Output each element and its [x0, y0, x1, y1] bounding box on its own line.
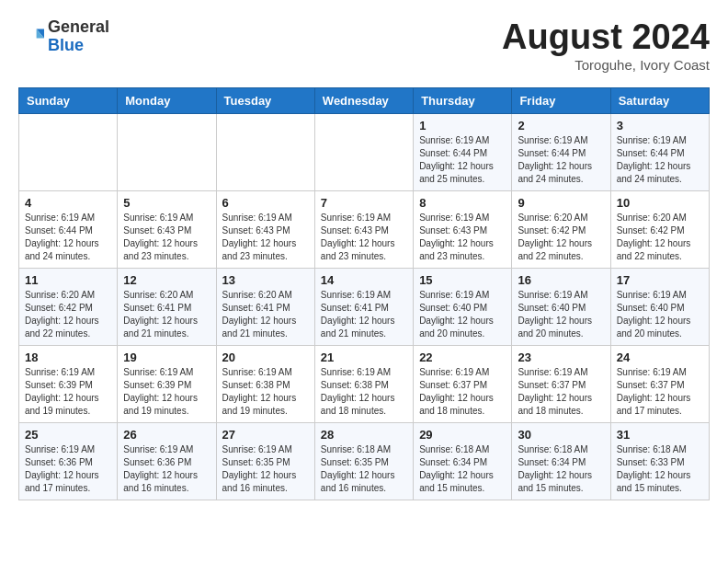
day-number: 25 [25, 428, 111, 442]
day-info: Sunrise: 6:19 AM Sunset: 6:43 PM Dayligh… [123, 212, 210, 263]
calendar-cell: 8Sunrise: 6:19 AM Sunset: 6:43 PM Daylig… [414, 190, 512, 268]
day-info: Sunrise: 6:18 AM Sunset: 6:34 PM Dayligh… [419, 443, 506, 495]
day-info: Sunrise: 6:19 AM Sunset: 6:40 PM Dayligh… [419, 289, 506, 340]
day-info: Sunrise: 6:19 AM Sunset: 6:44 PM Dayligh… [419, 134, 506, 186]
day-number: 6 [222, 196, 309, 210]
calendar-cell: 18Sunrise: 6:19 AM Sunset: 6:39 PM Dayli… [19, 345, 118, 422]
calendar-cell: 19Sunrise: 6:19 AM Sunset: 6:39 PM Dayli… [118, 345, 216, 422]
day-number: 28 [321, 428, 407, 442]
day-number: 1 [419, 119, 506, 132]
day-number: 18 [25, 350, 111, 364]
days-of-week-row: SundayMondayTuesdayWednesdayThursdayFrid… [19, 87, 710, 113]
day-info: Sunrise: 6:19 AM Sunset: 6:44 PM Dayligh… [617, 134, 703, 186]
day-info: Sunrise: 6:19 AM Sunset: 6:43 PM Dayligh… [321, 212, 407, 263]
calendar-week-1: 1Sunrise: 6:19 AM Sunset: 6:44 PM Daylig… [19, 113, 710, 190]
day-info: Sunrise: 6:18 AM Sunset: 6:33 PM Dayligh… [617, 443, 703, 495]
calendar-cell: 31Sunrise: 6:18 AM Sunset: 6:33 PM Dayli… [610, 422, 709, 500]
day-number: 15 [419, 273, 506, 287]
calendar-cell: 11Sunrise: 6:20 AM Sunset: 6:42 PM Dayli… [19, 268, 118, 345]
day-info: Sunrise: 6:20 AM Sunset: 6:41 PM Dayligh… [222, 289, 309, 340]
calendar-cell: 14Sunrise: 6:19 AM Sunset: 6:41 PM Dayli… [314, 268, 413, 345]
day-info: Sunrise: 6:19 AM Sunset: 6:43 PM Dayligh… [419, 212, 506, 263]
day-number: 9 [518, 196, 604, 210]
calendar-cell: 25Sunrise: 6:19 AM Sunset: 6:36 PM Dayli… [19, 422, 118, 500]
generalblue-logo-icon [18, 24, 44, 50]
day-info: Sunrise: 6:19 AM Sunset: 6:39 PM Dayligh… [25, 366, 111, 418]
day-info: Sunrise: 6:19 AM Sunset: 6:38 PM Dayligh… [222, 366, 309, 418]
day-number: 13 [222, 273, 309, 287]
day-number: 3 [617, 119, 703, 132]
day-number: 27 [222, 428, 309, 442]
day-header-monday: Monday [118, 87, 216, 113]
logo: General Blue [18, 18, 109, 55]
day-info: Sunrise: 6:20 AM Sunset: 6:42 PM Dayligh… [617, 212, 703, 263]
logo-general: General [48, 17, 109, 36]
calendar-cell: 10Sunrise: 6:20 AM Sunset: 6:42 PM Dayli… [610, 190, 709, 268]
calendar-cell: 23Sunrise: 6:19 AM Sunset: 6:37 PM Dayli… [512, 345, 610, 422]
day-number: 19 [123, 350, 210, 364]
day-number: 2 [518, 119, 604, 132]
calendar-week-4: 18Sunrise: 6:19 AM Sunset: 6:39 PM Dayli… [19, 345, 710, 422]
day-header-wednesday: Wednesday [314, 87, 413, 113]
day-number: 10 [617, 196, 703, 210]
calendar-table: SundayMondayTuesdayWednesdayThursdayFrid… [18, 87, 710, 500]
day-number: 24 [617, 350, 703, 364]
day-header-thursday: Thursday [414, 87, 512, 113]
day-number: 14 [321, 273, 407, 287]
day-info: Sunrise: 6:19 AM Sunset: 6:44 PM Dayligh… [518, 134, 604, 186]
calendar-cell: 27Sunrise: 6:19 AM Sunset: 6:35 PM Dayli… [216, 422, 314, 500]
day-info: Sunrise: 6:19 AM Sunset: 6:40 PM Dayligh… [617, 289, 703, 340]
day-number: 11 [25, 273, 111, 287]
calendar-cell: 30Sunrise: 6:18 AM Sunset: 6:34 PM Dayli… [512, 422, 610, 500]
day-info: Sunrise: 6:20 AM Sunset: 6:42 PM Dayligh… [518, 212, 604, 263]
day-info: Sunrise: 6:19 AM Sunset: 6:36 PM Dayligh… [25, 443, 111, 495]
day-number: 23 [518, 350, 604, 364]
calendar-cell [314, 113, 413, 190]
main-title: August 2024 [502, 18, 710, 57]
calendar-cell: 21Sunrise: 6:19 AM Sunset: 6:38 PM Dayli… [314, 345, 413, 422]
calendar-cell: 28Sunrise: 6:18 AM Sunset: 6:35 PM Dayli… [314, 422, 413, 500]
calendar-cell: 24Sunrise: 6:19 AM Sunset: 6:37 PM Dayli… [610, 345, 709, 422]
day-number: 4 [25, 196, 111, 210]
logo-blue: Blue [48, 36, 84, 54]
day-header-sunday: Sunday [19, 87, 118, 113]
day-info: Sunrise: 6:19 AM Sunset: 6:40 PM Dayligh… [518, 289, 604, 340]
day-info: Sunrise: 6:19 AM Sunset: 6:36 PM Dayligh… [123, 443, 210, 495]
calendar-cell: 6Sunrise: 6:19 AM Sunset: 6:43 PM Daylig… [216, 190, 314, 268]
calendar-header: SundayMondayTuesdayWednesdayThursdayFrid… [19, 87, 710, 113]
calendar-week-5: 25Sunrise: 6:19 AM Sunset: 6:36 PM Dayli… [19, 422, 710, 500]
logo-text: General Blue [48, 18, 109, 55]
day-info: Sunrise: 6:18 AM Sunset: 6:34 PM Dayligh… [518, 443, 604, 495]
calendar-cell: 13Sunrise: 6:20 AM Sunset: 6:41 PM Dayli… [216, 268, 314, 345]
day-info: Sunrise: 6:18 AM Sunset: 6:35 PM Dayligh… [321, 443, 407, 495]
day-info: Sunrise: 6:19 AM Sunset: 6:38 PM Dayligh… [321, 366, 407, 418]
day-header-tuesday: Tuesday [216, 87, 314, 113]
day-header-friday: Friday [512, 87, 610, 113]
page-header: General Blue August 2024 Toroguhe, Ivory… [18, 18, 710, 73]
calendar-cell: 17Sunrise: 6:19 AM Sunset: 6:40 PM Dayli… [610, 268, 709, 345]
calendar-cell: 7Sunrise: 6:19 AM Sunset: 6:43 PM Daylig… [314, 190, 413, 268]
day-info: Sunrise: 6:19 AM Sunset: 6:35 PM Dayligh… [222, 443, 309, 495]
day-number: 29 [419, 428, 506, 442]
calendar-body: 1Sunrise: 6:19 AM Sunset: 6:44 PM Daylig… [19, 113, 710, 500]
day-info: Sunrise: 6:19 AM Sunset: 6:43 PM Dayligh… [222, 212, 309, 263]
calendar-cell: 3Sunrise: 6:19 AM Sunset: 6:44 PM Daylig… [610, 113, 709, 190]
calendar-cell: 15Sunrise: 6:19 AM Sunset: 6:40 PM Dayli… [414, 268, 512, 345]
day-info: Sunrise: 6:19 AM Sunset: 6:44 PM Dayligh… [25, 212, 111, 263]
day-number: 26 [123, 428, 210, 442]
calendar-week-2: 4Sunrise: 6:19 AM Sunset: 6:44 PM Daylig… [19, 190, 710, 268]
day-number: 5 [123, 196, 210, 210]
day-number: 31 [617, 428, 703, 442]
day-number: 8 [419, 196, 506, 210]
day-number: 7 [321, 196, 407, 210]
calendar-cell: 2Sunrise: 6:19 AM Sunset: 6:44 PM Daylig… [512, 113, 610, 190]
calendar-cell: 5Sunrise: 6:19 AM Sunset: 6:43 PM Daylig… [118, 190, 216, 268]
calendar-cell: 22Sunrise: 6:19 AM Sunset: 6:37 PM Dayli… [414, 345, 512, 422]
day-number: 21 [321, 350, 407, 364]
day-number: 17 [617, 273, 703, 287]
calendar-cell: 1Sunrise: 6:19 AM Sunset: 6:44 PM Daylig… [414, 113, 512, 190]
day-number: 12 [123, 273, 210, 287]
location-subtitle: Toroguhe, Ivory Coast [502, 57, 710, 73]
day-info: Sunrise: 6:19 AM Sunset: 6:41 PM Dayligh… [321, 289, 407, 340]
day-number: 16 [518, 273, 604, 287]
